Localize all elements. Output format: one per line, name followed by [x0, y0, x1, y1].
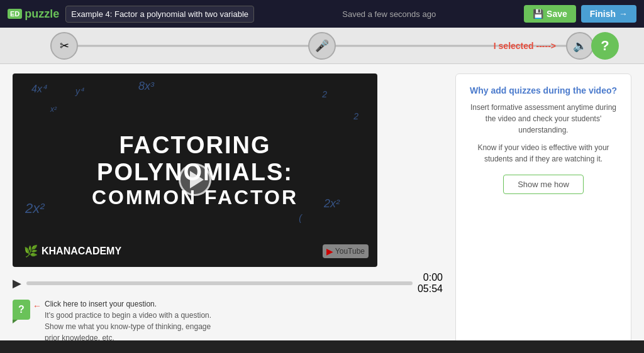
side-panel-desc1: Insert formative assessment anytime duri… — [466, 102, 621, 136]
toolbar-inner: ✂ 🎤 🔈 I selected -----> ? — [13, 32, 631, 60]
toolbar: ✂ 🎤 🔈 I selected -----> ? — [0, 28, 644, 64]
finish-button[interactable]: Finish → — [581, 5, 636, 23]
finish-arrow-icon: → — [619, 9, 628, 19]
khan-leaf-icon: 🌿 — [24, 244, 38, 258]
tooltip-text: Click here to insert your question. It's… — [45, 298, 211, 344]
show-me-how-button[interactable]: Show me how — [503, 175, 584, 194]
save-icon: 💾 — [533, 9, 543, 19]
play-button[interactable] — [179, 163, 211, 196]
progress-bar[interactable] — [26, 281, 413, 285]
youtube-label: YouTube — [335, 247, 365, 256]
logo-text: puzzle — [25, 8, 59, 21]
q-mark: ? — [18, 304, 25, 315]
question-marker-area: ? ← Click here to insert your question. … — [13, 298, 443, 344]
logo: ED puzzle — [8, 8, 59, 21]
video-area: 4x⁴ y⁴ 8x³ 2 2x² 2x² ( 2 x² FACTORING PO… — [13, 73, 443, 344]
play-icon — [190, 171, 204, 188]
logo-box: ED — [8, 9, 22, 19]
time-current: 0:00 — [418, 272, 443, 283]
saved-status: Saved a few seconds ago — [260, 9, 518, 19]
header-buttons: 💾 Save Finish → — [524, 5, 636, 23]
footer — [0, 340, 644, 353]
question-marker-icon[interactable]: ? — [13, 300, 30, 320]
video-controls: ▶ 0:00 05:54 ? ← Click here to insert yo… — [13, 272, 443, 344]
question-mark-icon: ? — [601, 38, 609, 54]
scissors-icon: ✂ — [60, 39, 69, 53]
time-total: 05:54 — [418, 283, 443, 295]
controls-row: ▶ 0:00 05:54 — [13, 272, 443, 295]
add-question-button[interactable]: ? — [591, 32, 619, 60]
selected-text-indicator: I selected -----> — [494, 41, 556, 51]
header: ED puzzle Saved a few seconds ago 💾 Save… — [0, 0, 644, 28]
youtube-badge: ▶ YouTube — [323, 244, 369, 258]
mic-icon: 🎤 — [315, 39, 329, 53]
lesson-title-input[interactable] — [65, 6, 254, 23]
mic-tool-button[interactable]: 🎤 — [308, 32, 336, 60]
arrow-indicator: ← — [33, 301, 42, 311]
side-panel-title: Why add quizzes during the video? — [470, 85, 617, 95]
khan-label: KHANACADEMY — [42, 246, 121, 257]
youtube-play-icon: ▶ — [326, 246, 333, 256]
volume-tool-button[interactable]: 🔈 — [566, 32, 594, 60]
video-container[interactable]: 4x⁴ y⁴ 8x³ 2 2x² 2x² ( 2 x² FACTORING PO… — [13, 73, 377, 267]
scissors-tool-button[interactable]: ✂ — [50, 32, 78, 60]
save-button[interactable]: 💾 Save — [524, 5, 576, 23]
side-panel: Why add quizzes during the video? Insert… — [455, 73, 631, 344]
main-content: 4x⁴ y⁴ 8x³ 2 2x² 2x² ( 2 x² FACTORING PO… — [0, 64, 644, 353]
video-play-button[interactable]: ▶ — [13, 276, 21, 290]
khan-branding: 🌿 KHANACADEMY — [24, 244, 121, 258]
side-panel-desc2: Know if your video is effective with you… — [466, 142, 621, 165]
volume-icon: 🔈 — [573, 39, 587, 53]
